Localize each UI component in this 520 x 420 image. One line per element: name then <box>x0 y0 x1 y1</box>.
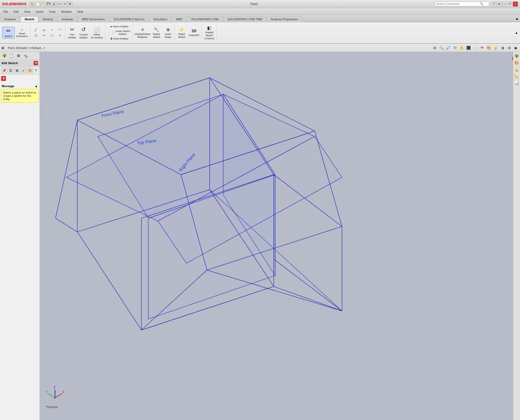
section-view-icon[interactable]: ⬜ <box>472 45 478 51</box>
viewport[interactable]: Front Plane Top Plane Right Plane ✕ 🌳 🎨 … <box>40 52 520 420</box>
tab-solidworks-addins[interactable]: SOLIDWORKS Add-Ins <box>109 16 149 22</box>
offset-icon: ⬜ <box>93 26 100 33</box>
tab-solidworks-cam-tbm[interactable]: SOLIDWORKS CAM TBM <box>223 16 266 22</box>
arc-button[interactable]: ◠ <box>56 28 64 32</box>
ellipse-button[interactable]: ⬭ <box>48 33 56 38</box>
config-manager-icon[interactable]: ⚙ <box>15 52 22 59</box>
tab-simulation[interactable]: Simulation <box>149 16 171 22</box>
pin-icon[interactable]: 📌 <box>1 68 7 74</box>
appearance-panel-icon[interactable]: 🎨 <box>514 60 520 66</box>
view-selector-icon[interactable]: ⬛ <box>466 45 472 51</box>
minimize-button[interactable]: — <box>502 2 507 6</box>
display-delete-label: Display/DeleteRelations <box>135 33 150 39</box>
drawing-tools-group: ╱ ▭ ○ ◠ ⬡ 〜 <box>31 23 65 43</box>
point-button[interactable]: + <box>56 33 64 38</box>
zoom-in-icon[interactable]: 🔍 <box>438 45 444 51</box>
check-icon[interactable]: ✓ <box>21 68 27 74</box>
help-panel-icon[interactable]: ? <box>33 68 38 74</box>
quick-snaps-icon: ⊕ <box>166 27 170 32</box>
smart-dimension-button[interactable]: ↔ SmartDimension <box>15 27 29 38</box>
zoom-out-icon[interactable]: 🔎 <box>445 45 451 51</box>
move-entities-button[interactable]: ✥ Move Entities <box>107 37 131 41</box>
close-button[interactable]: ✕ <box>513 2 518 6</box>
svg-line-35 <box>48 394 55 398</box>
polygon-button[interactable]: ⬡ <box>32 33 40 38</box>
quick-access-options[interactable]: ⚙ <box>68 2 73 6</box>
pan-icon[interactable]: ✋ <box>459 45 465 51</box>
tab-solidworks-cam[interactable]: SOLIDWORKS CAM <box>187 16 223 22</box>
cancel-sketch-button[interactable]: ✕ <box>1 76 6 81</box>
sketch-button[interactable]: ✏ Sketch <box>2 27 15 38</box>
quick-snaps-button[interactable]: ⊕ QuickSnaps <box>162 27 173 39</box>
offset-entities-button[interactable]: ⬜ OffsetOn Surface <box>90 26 104 40</box>
convert-icon: ↺ <box>81 26 86 33</box>
hide-show-icon[interactable]: 👁 <box>479 45 485 51</box>
trim-entities-button[interactable]: ✂ TrimEntities <box>67 26 78 40</box>
view-label: *Trimetric <box>46 405 58 409</box>
rapid-sketch-button[interactable]: ⚡ RapidSketch <box>176 27 187 39</box>
repair-sketch-button[interactable]: 🔧 RepairSketch <box>151 27 162 39</box>
linear-sketch-pattern-button[interactable]: ⋮⋮ Linear Sketch Pattern <box>107 29 131 36</box>
tab-sketch[interactable]: Sketch <box>20 16 38 22</box>
tab-evaluate[interactable]: Evaluate <box>57 16 77 22</box>
display-delete-relations-button[interactable]: ≡ Display/DeleteRelations <box>134 27 151 39</box>
menu-insert[interactable]: Insert <box>34 9 46 14</box>
menu-tools[interactable]: Tools <box>47 9 58 14</box>
spline-button[interactable]: 〜 <box>40 33 48 38</box>
display-mode-icon[interactable]: ◑ <box>499 45 505 51</box>
scene-icon[interactable]: 💡 <box>514 67 520 73</box>
menu-help[interactable]: Help <box>75 9 86 14</box>
property-manager-icon[interactable]: 📋 <box>8 52 15 59</box>
display-delete-icon: ≡ <box>141 27 144 32</box>
menu-window[interactable]: Window <box>59 9 74 14</box>
tab-markup[interactable]: Markup <box>39 16 57 22</box>
settings-icon[interactable]: ⚙ <box>497 2 502 6</box>
decals-icon[interactable]: 📐 <box>514 73 520 79</box>
list-view-icon[interactable]: ☰ <box>8 68 14 74</box>
view-orientation-icon[interactable]: 🖥 <box>506 45 512 51</box>
quick-access-save[interactable]: 💾 <box>46 2 51 6</box>
tab-analysis-preparation[interactable]: Analysis Preparation <box>267 16 302 22</box>
circle-button[interactable]: ○ <box>48 28 56 32</box>
appearance-icon[interactable]: 🎨 <box>486 45 492 51</box>
color-icon[interactable]: 🎨 <box>27 68 33 74</box>
toolbar-scroll-up[interactable]: ▲ <box>514 23 519 43</box>
line-button[interactable]: ╱ <box>32 28 40 32</box>
mirror-entities-button[interactable]: ⇌ Mirror Entities <box>107 24 131 29</box>
help-icon[interactable]: ❓ <box>491 2 496 6</box>
cam-manager-icon[interactable]: 🔩 <box>22 52 29 59</box>
tree-arrow[interactable]: ▶ <box>1 46 5 50</box>
quick-access-print[interactable]: 🖨 <box>51 2 56 6</box>
convert-entities-button[interactable]: ↺ ConvertEntities <box>78 26 89 40</box>
tab-mbd[interactable]: MBD <box>172 16 186 22</box>
instant2d-button[interactable]: 2D Instant2D <box>188 28 200 37</box>
view-bar-scroll[interactable]: ▶ <box>513 45 519 51</box>
menu-bar: File Edit View Insert Tools Window Help <box>0 8 520 15</box>
tab-mbd-dimensions[interactable]: MBD Dimensions <box>78 16 109 22</box>
panel-resizer[interactable]: ⋮ <box>40 106 42 117</box>
close-panel-button[interactable]: ✕ <box>34 61 38 65</box>
zoom-to-fit-icon[interactable]: ⊞ <box>432 45 438 51</box>
rotate-icon[interactable]: ↻ <box>452 45 458 51</box>
restore-button[interactable]: ❐ <box>508 2 512 6</box>
lights-icon[interactable]: 💡 <box>493 45 499 51</box>
ribbon-collapse-icon[interactable]: ▲ <box>514 16 520 22</box>
quick-access-open[interactable]: 📂 <box>41 2 46 6</box>
menu-edit[interactable]: Edit <box>11 9 21 14</box>
feature-tree-icon[interactable]: 🌳 <box>514 53 520 59</box>
menu-view[interactable]: View <box>22 9 33 14</box>
search-input[interactable] <box>436 2 480 5</box>
rectangle-button[interactable]: ▭ <box>40 28 48 32</box>
feature-manager-icon[interactable]: 🌳 <box>1 52 8 59</box>
menu-file[interactable]: File <box>1 9 10 14</box>
quick-access-redo[interactable]: ↪ <box>62 2 67 6</box>
custom-icon[interactable]: 📊 <box>514 80 520 86</box>
message-collapse-icon[interactable]: ▲ <box>35 84 38 88</box>
quick-access-new[interactable]: 📄 <box>35 2 40 6</box>
window-title: Part1 <box>74 2 435 6</box>
quick-access-home[interactable]: 🏠 <box>30 2 35 6</box>
shaded-contours-button[interactable]: ◧ ShadedSketchContours <box>203 25 216 41</box>
grid-view-icon[interactable]: ⊞ <box>14 68 20 74</box>
quick-access-undo[interactable]: ↩ <box>57 2 62 6</box>
tab-features[interactable]: Features <box>0 16 20 22</box>
